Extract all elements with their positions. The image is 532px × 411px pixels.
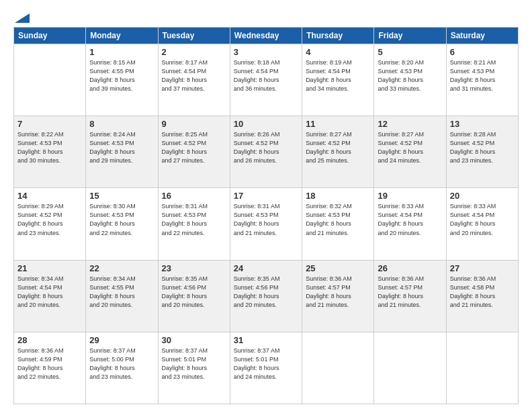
- calendar-cell: 15Sunrise: 8:30 AMSunset: 4:53 PMDayligh…: [86, 188, 158, 260]
- day-info: Sunrise: 8:36 AMSunset: 4:58 PMDaylight:…: [450, 275, 515, 310]
- week-row-5: 28Sunrise: 8:36 AMSunset: 4:59 PMDayligh…: [14, 332, 519, 404]
- col-header-tuesday: Tuesday: [158, 28, 230, 44]
- calendar-cell: 20Sunrise: 8:33 AMSunset: 4:54 PMDayligh…: [446, 188, 518, 260]
- day-info: Sunrise: 8:24 AMSunset: 4:53 PMDaylight:…: [89, 130, 154, 165]
- calendar-cell: 27Sunrise: 8:36 AMSunset: 4:58 PMDayligh…: [446, 260, 518, 332]
- day-info: Sunrise: 8:37 AMSunset: 5:01 PMDaylight:…: [234, 347, 298, 381]
- day-number: 2: [162, 47, 226, 57]
- day-number: 29: [89, 335, 154, 345]
- day-number: 6: [450, 47, 515, 57]
- day-number: 23: [162, 263, 226, 273]
- calendar-cell: 24Sunrise: 8:35 AMSunset: 4:56 PMDayligh…: [230, 260, 302, 332]
- day-info: Sunrise: 8:28 AMSunset: 4:52 PMDaylight:…: [450, 130, 515, 165]
- col-header-monday: Monday: [86, 28, 158, 44]
- day-number: 21: [17, 263, 82, 273]
- calendar-cell: 30Sunrise: 8:37 AMSunset: 5:01 PMDayligh…: [158, 332, 230, 404]
- day-number: 3: [234, 47, 298, 57]
- calendar-table: SundayMondayTuesdayWednesdayThursdayFrid…: [13, 27, 519, 404]
- day-number: 31: [234, 335, 298, 345]
- calendar-cell: 17Sunrise: 8:31 AMSunset: 4:53 PMDayligh…: [230, 188, 302, 260]
- calendar-cell: 7Sunrise: 8:22 AMSunset: 4:53 PMDaylight…: [14, 116, 86, 188]
- day-info: Sunrise: 8:27 AMSunset: 4:52 PMDaylight:…: [378, 130, 442, 165]
- logo: [13, 12, 30, 20]
- day-info: Sunrise: 8:36 AMSunset: 4:57 PMDaylight:…: [306, 275, 370, 310]
- day-info: Sunrise: 8:27 AMSunset: 4:52 PMDaylight:…: [306, 130, 370, 165]
- calendar-cell: 4Sunrise: 8:19 AMSunset: 4:54 PMDaylight…: [302, 44, 374, 116]
- calendar-cell: [446, 332, 518, 404]
- day-info: Sunrise: 8:36 AMSunset: 4:59 PMDaylight:…: [17, 347, 82, 381]
- calendar-cell: 22Sunrise: 8:34 AMSunset: 4:55 PMDayligh…: [86, 260, 158, 332]
- calendar-cell: 14Sunrise: 8:29 AMSunset: 4:52 PMDayligh…: [14, 188, 86, 260]
- day-number: 7: [17, 119, 82, 129]
- day-info: Sunrise: 8:34 AMSunset: 4:55 PMDaylight:…: [89, 275, 154, 310]
- day-number: 15: [89, 191, 154, 201]
- col-header-friday: Friday: [374, 28, 446, 44]
- day-info: Sunrise: 8:21 AMSunset: 4:53 PMDaylight:…: [450, 58, 515, 93]
- day-number: 27: [450, 263, 515, 273]
- day-number: 19: [378, 191, 442, 201]
- day-info: Sunrise: 8:17 AMSunset: 4:54 PMDaylight:…: [162, 58, 226, 93]
- day-info: Sunrise: 8:19 AMSunset: 4:54 PMDaylight:…: [306, 58, 370, 93]
- calendar-header-row: SundayMondayTuesdayWednesdayThursdayFrid…: [14, 28, 519, 44]
- day-info: Sunrise: 8:31 AMSunset: 4:53 PMDaylight:…: [234, 202, 298, 237]
- day-number: 22: [89, 263, 154, 273]
- calendar-cell: 6Sunrise: 8:21 AMSunset: 4:53 PMDaylight…: [446, 44, 518, 116]
- day-info: Sunrise: 8:20 AMSunset: 4:53 PMDaylight:…: [378, 58, 442, 93]
- day-number: 17: [234, 191, 298, 201]
- calendar-cell: 2Sunrise: 8:17 AMSunset: 4:54 PMDaylight…: [158, 44, 230, 116]
- day-info: Sunrise: 8:25 AMSunset: 4:52 PMDaylight:…: [162, 130, 226, 165]
- header: [13, 12, 519, 20]
- week-row-1: 1Sunrise: 8:15 AMSunset: 4:55 PMDaylight…: [14, 44, 519, 116]
- day-info: Sunrise: 8:33 AMSunset: 4:54 PMDaylight:…: [378, 202, 442, 237]
- day-info: Sunrise: 8:22 AMSunset: 4:53 PMDaylight:…: [17, 130, 82, 165]
- day-number: 28: [17, 335, 82, 345]
- day-info: Sunrise: 8:18 AMSunset: 4:54 PMDaylight:…: [234, 58, 298, 93]
- day-info: Sunrise: 8:29 AMSunset: 4:52 PMDaylight:…: [17, 202, 82, 237]
- calendar-cell: 11Sunrise: 8:27 AMSunset: 4:52 PMDayligh…: [302, 116, 374, 188]
- calendar-cell: 29Sunrise: 8:37 AMSunset: 5:00 PMDayligh…: [86, 332, 158, 404]
- calendar-cell: 9Sunrise: 8:25 AMSunset: 4:52 PMDaylight…: [158, 116, 230, 188]
- day-info: Sunrise: 8:31 AMSunset: 4:53 PMDaylight:…: [162, 202, 226, 237]
- calendar-cell: 28Sunrise: 8:36 AMSunset: 4:59 PMDayligh…: [14, 332, 86, 404]
- calendar-cell: 13Sunrise: 8:28 AMSunset: 4:52 PMDayligh…: [446, 116, 518, 188]
- day-info: Sunrise: 8:37 AMSunset: 5:00 PMDaylight:…: [89, 347, 154, 381]
- day-info: Sunrise: 8:37 AMSunset: 5:01 PMDaylight:…: [162, 347, 226, 381]
- day-number: 16: [162, 191, 226, 201]
- week-row-3: 14Sunrise: 8:29 AMSunset: 4:52 PMDayligh…: [14, 188, 519, 260]
- col-header-wednesday: Wednesday: [230, 28, 302, 44]
- day-number: 11: [306, 119, 370, 129]
- day-number: 14: [17, 191, 82, 201]
- calendar-cell: 16Sunrise: 8:31 AMSunset: 4:53 PMDayligh…: [158, 188, 230, 260]
- day-number: 13: [450, 119, 515, 129]
- day-number: 30: [162, 335, 226, 345]
- day-number: 24: [234, 263, 298, 273]
- logo-icon: [15, 13, 30, 23]
- day-info: Sunrise: 8:34 AMSunset: 4:54 PMDaylight:…: [17, 275, 82, 310]
- day-number: 18: [306, 191, 370, 201]
- day-number: 12: [378, 119, 442, 129]
- calendar-cell: [14, 44, 86, 116]
- day-number: 1: [89, 47, 154, 57]
- calendar-cell: 5Sunrise: 8:20 AMSunset: 4:53 PMDaylight…: [374, 44, 446, 116]
- calendar-cell: 1Sunrise: 8:15 AMSunset: 4:55 PMDaylight…: [86, 44, 158, 116]
- calendar-cell: 12Sunrise: 8:27 AMSunset: 4:52 PMDayligh…: [374, 116, 446, 188]
- calendar-cell: 8Sunrise: 8:24 AMSunset: 4:53 PMDaylight…: [86, 116, 158, 188]
- calendar-cell: 25Sunrise: 8:36 AMSunset: 4:57 PMDayligh…: [302, 260, 374, 332]
- col-header-thursday: Thursday: [302, 28, 374, 44]
- col-header-sunday: Sunday: [14, 28, 86, 44]
- calendar-cell: 23Sunrise: 8:35 AMSunset: 4:56 PMDayligh…: [158, 260, 230, 332]
- calendar-cell: 31Sunrise: 8:37 AMSunset: 5:01 PMDayligh…: [230, 332, 302, 404]
- day-number: 10: [234, 119, 298, 129]
- calendar-cell: 21Sunrise: 8:34 AMSunset: 4:54 PMDayligh…: [14, 260, 86, 332]
- day-info: Sunrise: 8:36 AMSunset: 4:57 PMDaylight:…: [378, 275, 442, 310]
- col-header-saturday: Saturday: [446, 28, 518, 44]
- day-info: Sunrise: 8:32 AMSunset: 4:53 PMDaylight:…: [306, 202, 370, 237]
- page: SundayMondayTuesdayWednesdayThursdayFrid…: [0, 0, 532, 411]
- day-number: 5: [378, 47, 442, 57]
- calendar-cell: 18Sunrise: 8:32 AMSunset: 4:53 PMDayligh…: [302, 188, 374, 260]
- day-info: Sunrise: 8:15 AMSunset: 4:55 PMDaylight:…: [89, 58, 154, 93]
- calendar-cell: 3Sunrise: 8:18 AMSunset: 4:54 PMDaylight…: [230, 44, 302, 116]
- day-number: 9: [162, 119, 226, 129]
- day-info: Sunrise: 8:33 AMSunset: 4:54 PMDaylight:…: [450, 202, 515, 237]
- calendar-cell: [302, 332, 374, 404]
